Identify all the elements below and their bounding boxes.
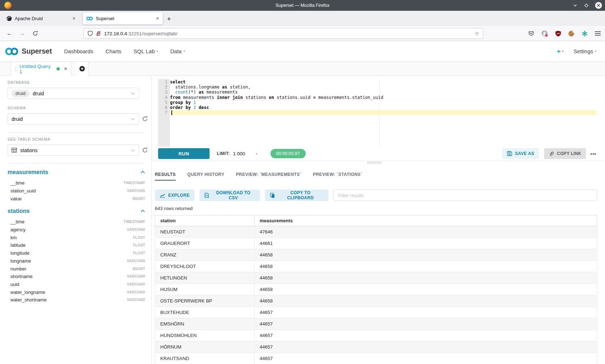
refresh-table-icon[interactable] [142, 147, 148, 153]
save-as-button[interactable]: SAVE AS [502, 148, 539, 159]
schema-table-header[interactable]: stations [8, 208, 145, 214]
schema-column-row: numberBIGINT [8, 265, 145, 273]
table-cell: 44657 [255, 318, 597, 330]
brand-name: Superset [22, 47, 52, 55]
insecure-lock-icon[interactable] [96, 31, 101, 36]
tab-preview-stations[interactable]: PREVIEW: `STATIONS` [313, 168, 362, 181]
tab-close-icon[interactable]: ✕ [156, 16, 159, 21]
account-icon[interactable] [541, 30, 548, 37]
browser-tab-superset[interactable]: Superset ✕ [83, 12, 163, 24]
plus-circle-icon [79, 66, 85, 72]
chevron-down-icon: ▾ [595, 50, 596, 53]
save-icon [507, 151, 512, 156]
schema-select[interactable]: druid [8, 113, 139, 124]
bookmark-star-icon[interactable]: ☆ [475, 30, 479, 37]
results-tbody: NEUSTADT47646GRAUERORT44661CRANZ44658DRE… [155, 226, 597, 364]
code-line[interactable]: from measurements inner join stations on… [170, 95, 596, 100]
pane-resize-handle[interactable] [367, 162, 381, 165]
tab-results[interactable]: RESULTS [155, 168, 176, 181]
gutter-line-number: 3 [158, 90, 170, 95]
schema-column-row: station_uuidVARCHAR [8, 187, 145, 195]
tab-query-history[interactable]: QUERY HISTORY [187, 168, 224, 181]
sql-editor[interactable]: 1234567 select stations.longname as stat… [158, 79, 596, 147]
window-close-icon[interactable] [595, 2, 602, 9]
table-cell: OSTE-SPERRWERK BP [155, 295, 255, 307]
forward-button[interactable]: → [19, 30, 25, 37]
superset-logo[interactable]: Superset [4, 47, 52, 56]
nav-item-dashboards[interactable]: Dashboards [64, 48, 93, 54]
nav-item-charts[interactable]: Charts [106, 48, 121, 54]
window-maximize-icon[interactable] [583, 3, 589, 8]
column-header-station[interactable]: station [155, 215, 255, 226]
tab-preview-measurements[interactable]: PREVIEW: `MEASUREMENTS` [236, 168, 301, 181]
editor-cursor [171, 110, 172, 115]
code-line[interactable]: group by 1 [170, 100, 596, 105]
chevron-down-icon: ▾ [256, 152, 257, 155]
schema-column-row: water_longnameVARCHAR [8, 288, 145, 296]
add-new-button[interactable]: +▾ [557, 47, 564, 55]
superset-navbar: Superset Dashboards Charts SQL Lab▾ Data… [0, 41, 605, 62]
back-button[interactable]: ← [6, 30, 13, 37]
pocket-icon[interactable] [528, 31, 534, 36]
settings-menu[interactable]: Settings▾ [574, 48, 596, 54]
ublock-icon[interactable]: uO [555, 31, 561, 37]
column-header-measurements[interactable]: measurements [255, 215, 597, 226]
code-line[interactable]: stations.longname as station, [170, 85, 596, 90]
schema-column-row: longitudeFLOAT [8, 249, 145, 257]
query-tab-close-icon[interactable]: ✕ [64, 67, 67, 71]
database-type-tag: druid [12, 90, 30, 97]
limit-dropdown[interactable]: LIMIT: 1 000 ▾ [217, 151, 257, 156]
filter-results-input[interactable] [333, 190, 597, 201]
chevron-down-icon: ▾ [562, 50, 564, 53]
shield-icon[interactable] [88, 31, 93, 36]
table-row: DREYSCHLOOT44658 [155, 261, 597, 272]
schema-table-header[interactable]: measurements [8, 169, 145, 176]
hamburger-menu-icon[interactable] [595, 31, 601, 36]
gutter-line-number: 5 [158, 100, 170, 105]
explore-button[interactable]: EXPLORE [155, 190, 194, 201]
schema-table: stations__timeTIMESTAMPagencyVARCHARkmFL… [8, 208, 145, 304]
table-row: KRAUTSAND44657 [155, 353, 597, 364]
browser-tab-apache-druid[interactable]: Apache Druid ✕ [3, 12, 79, 24]
table-cell: 44657 [255, 353, 597, 364]
download-csv-button[interactable]: DOWNLOAD TO CSV [200, 190, 260, 201]
code-line[interactable] [170, 110, 596, 115]
schema-table: measurements__timeTIMESTAMPstation_uuidV… [8, 169, 145, 203]
new-tab-button[interactable]: + [167, 16, 171, 22]
window-minimize-icon[interactable] [573, 3, 578, 8]
table-select[interactable]: stations [8, 145, 139, 156]
chevron-up-icon[interactable] [140, 209, 145, 213]
url-text[interactable]: 172.18.0.4:32251/superset/sqllab/ [104, 31, 472, 36]
nav-item-data[interactable]: Data▾ [170, 48, 185, 54]
new-query-tab-button[interactable] [76, 62, 89, 76]
tab-close-icon[interactable]: ✕ [72, 16, 76, 21]
more-actions-button[interactable]: ••• [590, 151, 596, 156]
schema-column-row: longnameVARCHAR [8, 257, 145, 265]
table-cell: 44657 [255, 341, 597, 353]
nav-item-sql-lab[interactable]: SQL Lab▾ [134, 48, 158, 54]
refresh-schema-icon[interactable] [142, 116, 148, 122]
run-button[interactable]: RUN [158, 148, 210, 159]
url-field[interactable]: 172.18.0.4:32251/superset/sqllab/ ☆ [84, 28, 483, 39]
column-name: km [10, 235, 17, 240]
drag-handle-icon[interactable] [15, 67, 17, 71]
table-cell: 47646 [255, 226, 597, 238]
column-type: VARCHAR [127, 259, 145, 263]
query-status-dot [57, 67, 60, 70]
code-line[interactable]: order by 2 desc [170, 105, 596, 110]
browser-tabbar: Apache Druid ✕ Superset ✕ + [0, 11, 605, 26]
column-name: station_uuid [10, 188, 36, 194]
database-select[interactable]: druid druid [8, 88, 139, 99]
cookie-icon[interactable] [568, 31, 574, 37]
table-cell: HUSUM [155, 284, 255, 295]
extension-asterisk-icon[interactable] [582, 31, 588, 37]
copy-clipboard-button[interactable]: COPY TO CLIPBOARD [265, 190, 329, 201]
table-cell: 44658 [255, 295, 597, 307]
code-line[interactable]: count(*) as measurements [170, 90, 596, 95]
reload-button[interactable] [32, 31, 38, 36]
copy-link-button[interactable]: COPY LINK [544, 148, 586, 159]
schema-column-row: kmFLOAT [8, 233, 145, 241]
chevron-up-icon[interactable] [140, 170, 145, 174]
code-line[interactable]: select [170, 79, 596, 85]
query-tab-untitled[interactable]: Untitled Query 1 ✕ [11, 62, 71, 76]
